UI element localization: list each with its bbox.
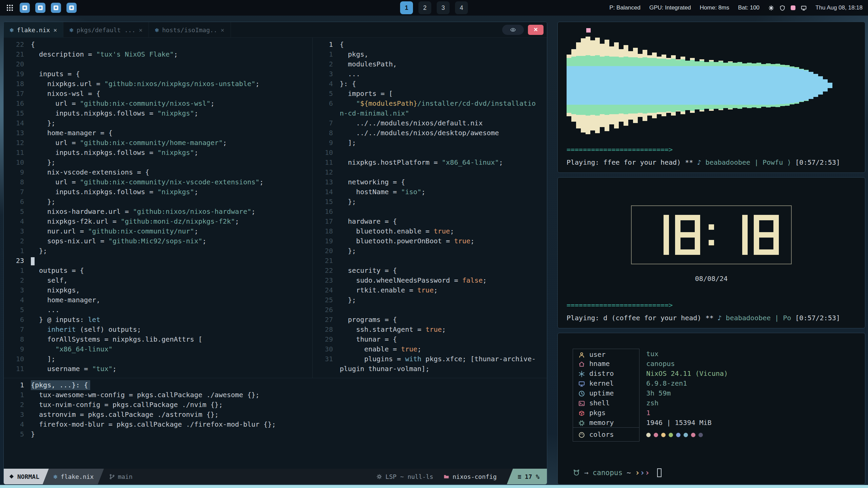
line-number: 4 — [6, 295, 31, 305]
tab-close-icon[interactable]: × — [221, 26, 224, 34]
bar-segment — [567, 58, 571, 66]
screen-tab-4[interactable]: 4 — [455, 1, 468, 14]
visualizer-bar — [666, 58, 671, 113]
statusline-file: flake.nix — [61, 473, 94, 480]
code-line: 2 modulesPath, — [315, 59, 547, 69]
palette-dot — [684, 433, 688, 437]
artist-label: beabadoobee | Po — [722, 314, 795, 322]
bar-segment — [780, 67, 785, 104]
line-number: 8 — [6, 177, 31, 187]
bar-segment — [638, 58, 643, 66]
code-text: modulesPath, — [340, 59, 397, 69]
bar-segment — [633, 114, 638, 123]
bar-segment — [799, 101, 804, 102]
window-close-button[interactable]: × — [528, 25, 544, 35]
bar-segment — [666, 66, 671, 105]
bar-segment — [609, 105, 614, 114]
bar-segment — [586, 105, 590, 116]
bar-segment — [605, 40, 609, 56]
info-value: tux — [639, 349, 865, 359]
display-icon[interactable] — [801, 5, 807, 11]
workspace-button[interactable] — [66, 3, 77, 13]
tab-close-icon[interactable]: × — [139, 26, 142, 34]
workspace-button[interactable] — [51, 3, 61, 13]
progress-label: 17 % — [525, 473, 539, 480]
info-label-cell: kernel — [573, 379, 639, 388]
now-playing-line: Playing: ffee for your head) ** ♪ beabad… — [567, 158, 840, 166]
bar-segment — [718, 61, 723, 66]
buffer-tab[interactable]: ❄pkgs/default ...× — [63, 22, 149, 38]
screen-tab-3[interactable]: 3 — [437, 1, 450, 14]
line-number: 3 — [315, 69, 340, 79]
code-text: }; — [31, 197, 55, 207]
palette-dot — [676, 433, 680, 437]
code-text: nixpkgs.hostPlatform = "x86_64-linux"; — [340, 158, 503, 167]
code-text: username = "tux"; — [31, 364, 117, 374]
editor-pane-bottom[interactable]: 1{pkgs, ...}: {1 tux-awesome-wm-config =… — [4, 378, 547, 469]
system-info-table: usertuxhnamecanopusdistroNixOS 24.11 (Vi… — [573, 349, 865, 442]
line-number: 16 — [6, 99, 31, 108]
visualizer-bar — [590, 40, 595, 130]
bar-segment — [680, 111, 685, 114]
code-line: 23 — [6, 256, 312, 266]
line-number: 20 — [6, 59, 31, 69]
line-number: 4 — [315, 79, 340, 89]
line-number: 7 — [315, 118, 340, 128]
screen-tab-1[interactable]: 1 — [400, 1, 413, 14]
bar-segment — [609, 46, 614, 57]
line-number: 23 — [315, 276, 340, 285]
bar-segment — [813, 74, 818, 97]
editor-pane-left[interactable]: 22{21 description = "tux's NixOS Flake";… — [4, 38, 312, 378]
titlebar-eye-toggle[interactable] — [502, 25, 524, 35]
bar-segment — [581, 38, 586, 56]
bar-segment — [804, 70, 809, 100]
bar-segment — [647, 58, 652, 66]
line-number: 26 — [315, 305, 340, 315]
buffer-tab[interactable]: ❄flake.nix× — [4, 22, 63, 38]
code-text: hardware = { — [340, 217, 397, 226]
code-line: 27 programs = { — [315, 315, 547, 325]
shell-prompt[interactable]: → canopus ~ ››› — [573, 468, 865, 477]
bar-segment — [761, 105, 766, 107]
workspace-button[interactable] — [35, 3, 45, 13]
code-line: 6 "${modulesPath}/installer/cd-dvd/insta… — [315, 99, 547, 108]
code-text: plugin thunar-volman]; — [340, 364, 430, 374]
code-line: 20 }; — [315, 246, 547, 256]
fan-icon[interactable] — [768, 5, 774, 11]
bar-segment — [633, 48, 638, 57]
visualizer-bar — [567, 55, 571, 116]
info-label-cell: colors — [573, 428, 639, 442]
color-swatch-icon[interactable] — [791, 5, 795, 10]
editor-pane-right[interactable]: 1{1 pkgs,2 modulesPath,3 ...4}: {5 impor… — [313, 38, 547, 378]
info-value: zsh — [639, 398, 865, 408]
bar-segment — [690, 111, 695, 113]
code-line: 28 ssh.startAgent = true; — [315, 325, 547, 334]
bar-segment — [609, 114, 614, 124]
bar-segment — [737, 62, 742, 66]
shield-icon[interactable] — [780, 5, 785, 11]
line-number: 1 — [315, 40, 340, 49]
screen-tab-2[interactable]: 2 — [418, 1, 431, 14]
package-icon — [578, 410, 589, 416]
code-line: 16 url = "github:nix-community/nixos-wsl… — [6, 99, 312, 108]
line-number: 28 — [315, 325, 340, 334]
topbar-status-group: P: BalancedGPU: IntegratedHome: 8msBat: … — [609, 4, 760, 11]
topbar-clock[interactable]: Thu Aug 08, 18:18 — [815, 4, 863, 11]
palette-dot — [646, 433, 651, 437]
bar-segment — [619, 114, 624, 122]
code-line: 2 tux-nvim-config = pkgs.callPackage ./n… — [6, 400, 547, 410]
table-row: distroNixOS 24.11 (Vicuna) — [573, 369, 865, 379]
code-line: 29 thunar = { — [315, 334, 547, 344]
workspace-button[interactable] — [20, 3, 30, 13]
code-line: 12 url = "github:nix-community/home-mana… — [6, 138, 312, 148]
buffer-tab[interactable]: ❄hosts/isoImag..× — [149, 22, 231, 38]
code-text: networking = { — [340, 177, 405, 187]
code-text: sops-nix.url = "github:Mic92/sops-nix"; — [31, 236, 206, 246]
bar-segment — [652, 53, 657, 58]
launcher-icon[interactable] — [5, 3, 14, 12]
lines-icon: ≡ — [518, 473, 521, 480]
code-line: 1{ — [315, 40, 547, 49]
digit-segment — [675, 232, 700, 238]
tab-close-icon[interactable]: × — [53, 26, 57, 34]
visualizer-bar — [609, 46, 614, 124]
